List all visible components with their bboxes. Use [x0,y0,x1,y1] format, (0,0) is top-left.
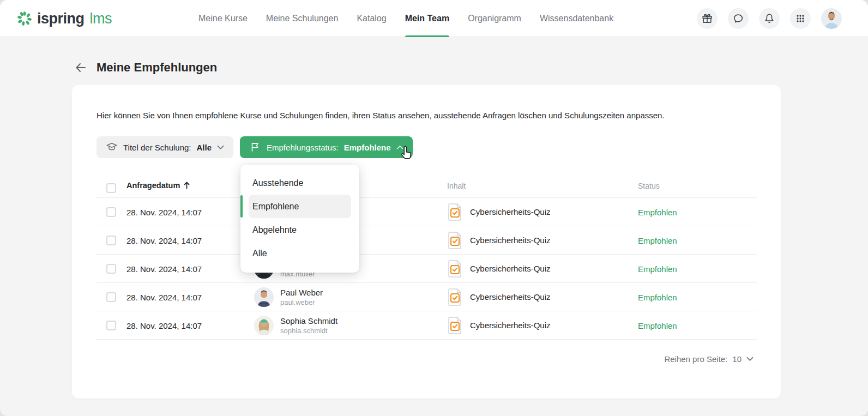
training-title-filter[interactable]: Titel der Schulung: Alle [97,136,233,158]
user-avatar[interactable] [821,8,842,29]
content-title[interactable]: Cybersicherheits-Quiz [470,292,551,302]
rows-per-page-label: Reihen pro Seite: [664,354,727,364]
bell-icon [763,13,775,25]
content-cell: Cybersicherheits-Quiz [447,288,551,306]
chat-icon [732,13,744,25]
sort-ascending-icon [184,182,190,189]
column-header-status[interactable]: Status [638,182,660,190]
filter-value: Alle [197,143,212,152]
nav-item-organigramm[interactable]: Organigramm [468,0,521,37]
table-row[interactable]: 28. Nov. 2024, 14:07 Sophia Schmidt [97,311,757,340]
user-cell[interactable]: Paul Weber paul.weber [254,287,323,307]
recommendations-card: Hier können Sie von Ihnen empfohlene Kur… [72,85,781,399]
request-date: 28. Nov. 2024, 14:07 [126,292,202,302]
nav-item-mein-team[interactable]: Mein Team [405,0,450,37]
user-name: Sophia Schmidt [280,316,337,326]
chevron-up-icon [396,145,403,150]
column-header-anfragedatum[interactable]: Anfragedatum [126,181,190,190]
topbar-actions [697,8,842,29]
content-cell: Cybersicherheits-Quiz [447,232,551,249]
logo-text-primary: ispring [37,10,85,27]
quiz-icon [447,203,462,221]
nav-item-meine-kurse[interactable]: Meine Kurse [198,0,248,37]
content-title[interactable]: Cybersicherheits-Quiz [470,236,551,245]
gift-button[interactable] [697,8,718,29]
apps-grid-icon [795,13,806,24]
filter-label: Titel der Schulung: [123,143,191,152]
graduation-cap-icon [106,141,118,153]
quiz-icon [447,317,462,334]
request-date: 28. Nov. 2024, 14:07 [126,207,202,216]
quiz-icon [447,288,462,306]
logo-text-secondary: lms [90,10,112,27]
table-header-row: Anfragedatum Inhalt Status [97,178,757,198]
quiz-icon [447,232,462,249]
app-window: ispring lms Meine Kurse Meine Schulungen… [0,0,868,416]
filter-bar: Titel der Schulung: Alle Empfehlungsstat… [97,136,413,158]
row-checkbox[interactable] [106,292,116,302]
status-label[interactable]: Empfohlen [638,264,677,273]
chevron-down-icon [217,145,224,150]
content-title[interactable]: Cybersicherheits-Quiz [470,264,551,273]
request-date: 28. Nov. 2024, 14:07 [126,236,202,245]
back-button[interactable] [73,60,88,75]
nav-item-wissensdatenbank[interactable]: Wissensdatenbank [540,0,613,37]
row-checkbox[interactable] [106,207,116,217]
page-description: Hier können Sie von Ihnen empfohlene Kur… [97,111,665,120]
nav-item-meine-schulungen[interactable]: Meine Schulungen [266,0,339,37]
apps-button[interactable] [790,8,811,29]
row-checkbox[interactable] [106,236,116,245]
ispring-logo[interactable]: ispring lms [16,0,112,37]
row-checkbox[interactable] [106,264,116,274]
content-cell: Cybersicherheits-Quiz [447,260,551,278]
messages-button[interactable] [728,8,749,29]
request-date: 28. Nov. 2024, 14:07 [126,264,202,273]
user-photo [254,316,274,335]
dropdown-item-alle[interactable]: Alle [240,242,359,265]
user-text: Sophia Schmidt sophia.schmidt [280,316,337,335]
rows-per-page-value: 10 [732,354,742,364]
quiz-icon [447,260,462,278]
user-photo [254,287,274,307]
ispring-burst-icon [16,10,33,27]
select-all-checkbox[interactable] [106,183,116,193]
filter-value: Empfohlene [344,143,391,152]
dropdown-item-abgelehnte[interactable]: Abgelehnte [240,218,359,242]
nav-item-katalog[interactable]: Katalog [357,0,386,37]
content-title[interactable]: Cybersicherheits-Quiz [470,321,551,330]
recommendations-table: Anfragedatum Inhalt Status 28. Nov. 2024… [97,178,757,340]
top-navigation-bar: ispring lms Meine Kurse Meine Schulungen… [0,0,868,37]
column-header-label: Anfragedatum [126,181,180,190]
recommendation-status-filter[interactable]: Empfehlungsstatus: Empfohlene [240,136,413,158]
user-name: Paul Weber [280,287,323,298]
table-row[interactable]: 28. Nov. 2024, 14:07 Paul Weber p [97,283,757,311]
main-nav: Meine Kurse Meine Schulungen Katalog Mei… [198,0,613,37]
row-checkbox[interactable] [106,321,116,330]
request-date: 28. Nov. 2024, 14:07 [126,321,202,330]
flag-icon [249,141,261,153]
content-title[interactable]: Cybersicherheits-Quiz [470,207,551,216]
gift-icon [701,13,713,25]
notifications-button[interactable] [759,8,780,29]
dropdown-item-ausstehende[interactable]: Ausstehende [240,171,359,195]
table-row[interactable]: 28. Nov. 2024, 14:07 Cybersicherheits-Qu… [97,226,757,255]
filter-label: Empfehlungsstatus: [267,143,339,152]
column-header-inhalt[interactable]: Inhalt [447,182,466,190]
user-text: Paul Weber paul.weber [280,287,323,307]
dropdown-item-empfohlene[interactable]: Empfohlene [249,195,351,218]
content-cell: Cybersicherheits-Quiz [447,317,551,334]
chevron-down-icon [746,357,754,361]
table-row[interactable]: 28. Nov. 2024, 14:07 Cybersicherheits-Qu… [97,198,757,226]
status-filter-dropdown: Ausstehende Empfohlene Abgelehnte Alle [240,165,359,273]
status-label[interactable]: Empfohlen [638,321,677,330]
user-login: sophia.schmidt [280,326,337,335]
rows-per-page-select[interactable]: Reihen pro Seite: 10 [664,354,754,364]
user-login: paul.weber [280,298,323,307]
table-row[interactable]: 28. Nov. 2024, 14:07 max.muller [97,255,757,283]
status-label[interactable]: Empfohlen [638,207,677,216]
content-cell: Cybersicherheits-Quiz [447,203,551,221]
page-title: Meine Empfehlungen [97,61,217,75]
status-label[interactable]: Empfohlen [638,292,677,302]
user-cell[interactable]: Sophia Schmidt sophia.schmidt [254,316,337,335]
status-label[interactable]: Empfohlen [638,236,677,245]
